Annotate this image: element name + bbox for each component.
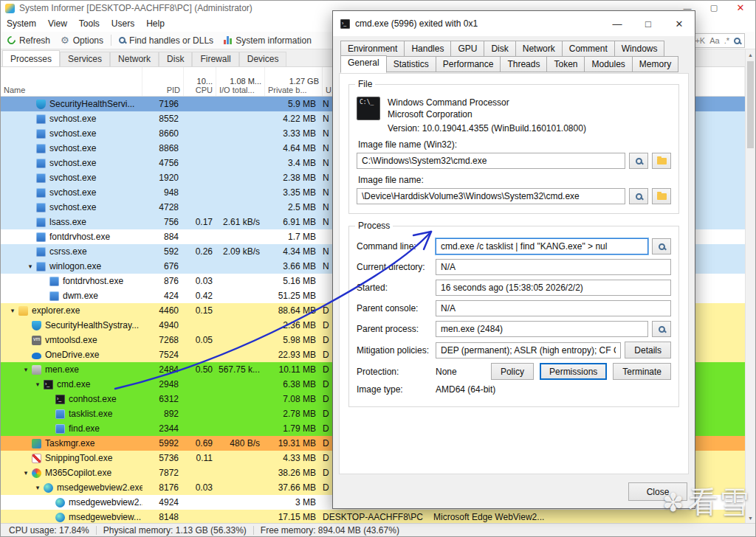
process-name: conhost.exe <box>69 394 117 404</box>
dialog-tab-windows[interactable]: Windows <box>614 41 665 57</box>
tab-network[interactable]: Network <box>110 52 159 66</box>
menu-help[interactable]: Help <box>140 15 171 32</box>
pid-cell: 892 <box>142 409 184 419</box>
parent-process-label: Parent process: <box>357 324 432 334</box>
name-cell: OneDrive.exe <box>1 350 142 360</box>
dialog-tab-row-1: EnvironmentHandlesGPUDiskNetworkCommentW… <box>340 41 689 57</box>
tab-devices[interactable]: Devices <box>239 52 287 66</box>
dialog-tab-gpu[interactable]: GPU <box>450 41 484 57</box>
parent-process-field[interactable] <box>436 321 648 337</box>
inspect-parent-button[interactable] <box>652 321 671 337</box>
process-name: msedgewebview2... <box>69 497 142 507</box>
scroll-thumb[interactable] <box>747 61 754 148</box>
column-header-name[interactable]: Name <box>1 67 142 96</box>
dialog-close-icon[interactable]: ✕ <box>664 11 695 36</box>
dialog-minimize-button[interactable]: — <box>602 11 633 36</box>
dialog-tab-modules[interactable]: Modules <box>584 56 632 72</box>
expander-icon[interactable]: ▾ <box>32 484 44 491</box>
pid-cell: 4756 <box>142 158 184 168</box>
cpu-cell: 0.03 <box>184 276 216 286</box>
system-information-button[interactable]: System information <box>219 32 317 49</box>
dialog-tab-comment[interactable]: Comment <box>562 41 615 57</box>
pid-cell: 884 <box>142 232 184 242</box>
column-header-priv[interactable]: 1.27 GBPrivate b... <box>265 67 323 96</box>
expander-icon[interactable]: ▾ <box>20 469 32 477</box>
inspect-file-button[interactable] <box>629 188 648 204</box>
window-title: System Informer [DESKTOP-AACHFF8\PC] (Ad… <box>19 3 252 13</box>
menu-system[interactable]: System <box>1 15 42 32</box>
command-line-label: Command line: <box>357 241 432 252</box>
vertical-scrollbar[interactable]: ▲ ▼ <box>745 49 755 523</box>
pid-cell: 6312 <box>142 394 184 404</box>
dialog-maximize-button[interactable]: □ <box>633 11 664 36</box>
expander-icon[interactable]: ▾ <box>7 307 18 314</box>
permissions-button[interactable]: Permissions <box>540 363 607 380</box>
menu-view[interactable]: View <box>42 15 73 32</box>
column-header-io[interactable]: 1.08 M...I/O total... <box>216 67 265 96</box>
inspect-file-button[interactable] <box>629 153 648 169</box>
menu-users[interactable]: Users <box>106 15 140 32</box>
dialog-tab-statistics[interactable]: Statistics <box>386 56 436 72</box>
general-tab-page: File Windows Command Processor Microsoft… <box>339 73 689 474</box>
name-cell: csrss.exe <box>1 246 142 257</box>
dialog-tab-network[interactable]: Network <box>515 41 563 57</box>
dialog-titlebar[interactable]: cmd.exe (5996) exited with 0x1 — □ ✕ <box>333 11 695 36</box>
close-icon[interactable]: ✕ <box>727 1 754 15</box>
tab-services[interactable]: Services <box>60 52 110 66</box>
dialog-tab-environment[interactable]: Environment <box>340 41 405 57</box>
pid-cell: 2484 <box>142 364 184 375</box>
process-row[interactable]: msedgewebview...814817.15 MBDESKTOP-AACH… <box>1 510 745 523</box>
scroll-down-arrow[interactable]: ▼ <box>746 513 755 523</box>
open-folder-button[interactable] <box>652 153 671 169</box>
expander-icon[interactable]: ▾ <box>24 263 36 270</box>
close-button[interactable]: Close <box>628 482 687 501</box>
private-bytes-cell: 22.93 MB <box>265 350 323 360</box>
options-button[interactable]: ⚙Options <box>55 32 109 49</box>
column-header-cpu[interactable]: 10...CPU <box>184 67 216 96</box>
column-header-pid[interactable]: PID <box>142 67 184 96</box>
command-line-field[interactable] <box>436 238 648 254</box>
started-field[interactable] <box>436 280 671 296</box>
mitigation-field[interactable] <box>436 342 621 358</box>
match-case-toggle[interactable]: Aa <box>709 36 719 45</box>
maximize-button[interactable]: ▢ <box>701 1 727 15</box>
details-button[interactable]: Details <box>625 342 671 358</box>
regex-toggle[interactable]: .* <box>724 36 729 45</box>
tab-firewall[interactable]: Firewall <box>192 52 238 66</box>
open-folder-button[interactable] <box>652 188 671 204</box>
process-name: M365Copilot.exe <box>45 468 111 478</box>
parent-console-field[interactable] <box>436 300 671 316</box>
name-cell: fontdrvhost.exe <box>1 232 142 242</box>
expander-icon[interactable]: ▾ <box>20 366 32 373</box>
terminate-button[interactable]: Terminate <box>613 363 671 380</box>
process-name: explorer.exe <box>32 305 80 316</box>
private-bytes-cell: 3.4 MB <box>265 158 323 168</box>
image-native-path-field[interactable] <box>357 188 625 204</box>
refresh-button[interactable]: Refresh <box>2 32 55 49</box>
image-win32-path-field[interactable] <box>357 153 625 169</box>
policy-button[interactable]: Policy <box>491 363 534 380</box>
expander-icon[interactable]: ▾ <box>32 381 44 388</box>
dialog-tab-general[interactable]: General <box>340 55 387 73</box>
protection-value: None <box>436 367 457 377</box>
dialog-tab-memory[interactable]: Memory <box>632 56 678 72</box>
name-cell: SecurityHealthSystray... <box>1 320 142 330</box>
dialog-tab-disk[interactable]: Disk <box>484 41 515 57</box>
dialog-tab-threads[interactable]: Threads <box>500 56 547 72</box>
process-name: svchost.exe <box>49 173 96 183</box>
current-directory-field[interactable] <box>436 259 671 275</box>
started-label: Started: <box>357 283 432 293</box>
scroll-up-arrow[interactable]: ▲ <box>746 49 755 60</box>
file-group: File Windows Command Processor Microsoft… <box>348 84 679 214</box>
name-cell: msedgewebview2... <box>1 497 142 507</box>
dialog-tab-handles[interactable]: Handles <box>404 41 451 57</box>
menu-tools[interactable]: Tools <box>73 15 106 32</box>
tab-disk[interactable]: Disk <box>159 52 192 66</box>
inspect-command-line-button[interactable] <box>652 238 671 254</box>
dialog-tab-performance[interactable]: Performance <box>436 56 501 72</box>
protection-label: Protection: <box>357 367 432 377</box>
find-handles-button[interactable]: Find handles or DLLs <box>114 32 219 49</box>
dialog-tab-token[interactable]: Token <box>546 56 585 72</box>
private-bytes-cell: 2.78 MB <box>265 409 323 419</box>
tab-processes[interactable]: Processes <box>2 50 60 66</box>
